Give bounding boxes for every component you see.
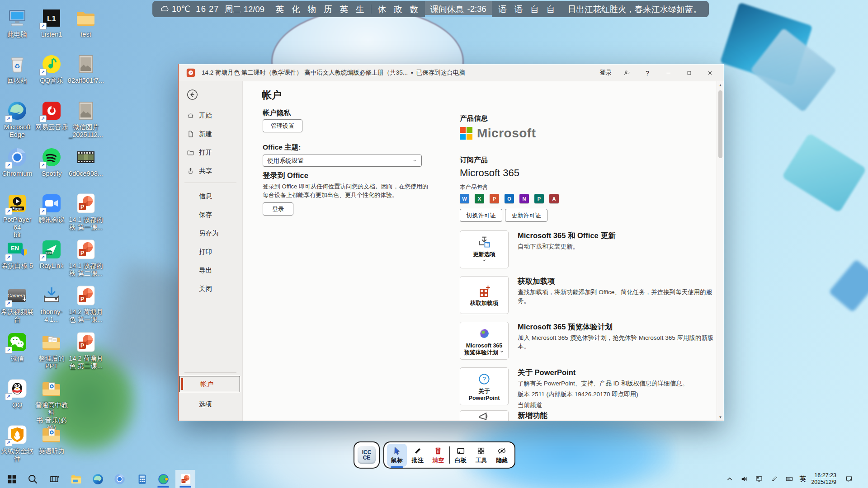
- maximize-button[interactable]: [679, 65, 699, 80]
- toolbar-item-清空[interactable]: 清空: [428, 444, 448, 467]
- taskbar-chromium-icon[interactable]: [109, 470, 129, 488]
- card-title: Microsoft 365 和 Office 更新: [518, 231, 615, 241]
- desktop-icon[interactable]: thonny-4.1...: [34, 285, 69, 330]
- desktop-icon[interactable]: P14.2 荷塘月 色 第二课...: [69, 331, 103, 376]
- taskbar-task-view-icon[interactable]: [44, 470, 64, 488]
- edge-icon: ↗: [6, 100, 28, 122]
- desktop-icon[interactable]: 普通高中教科 书·音乐(必修): [34, 378, 69, 423]
- Microsoft 365 和 Office 更新-button[interactable]: 更新选项: [460, 230, 509, 268]
- help-button[interactable]: ?: [637, 65, 658, 80]
- tray-clock[interactable]: 16:27:23 2025/12/9: [808, 470, 836, 488]
- desktop-icon[interactable]: 82aff501f7...: [69, 53, 103, 99]
- taskbar-file-explorer-icon[interactable]: [66, 470, 86, 488]
- desktop-icon[interactable]: ↗Spotify: [34, 146, 69, 192]
- desktop-icon[interactable]: 整理后的PPT: [34, 331, 69, 376]
- scroll-up-icon[interactable]: ▲: [719, 81, 722, 89]
- desktop-icon[interactable]: ↗Chromium: [0, 146, 34, 192]
- scroll-down-icon[interactable]: ▼: [719, 413, 722, 421]
- taskbar-calculator-icon[interactable]: [132, 470, 152, 488]
- desktop-icon-label: 回收站: [7, 77, 27, 84]
- nav-item-共享[interactable]: 共享: [179, 163, 242, 178]
- nav-item-关闭[interactable]: 关闭: [179, 281, 242, 296]
- toolbar-item-批注[interactable]: 批注: [408, 444, 428, 467]
- desktop-icon[interactable]: ↗微信: [0, 331, 34, 376]
- input-language[interactable]: 英: [796, 470, 810, 488]
- desktop-icon[interactable]: P14.1 故都的 秋 第二课...: [69, 239, 103, 284]
- close-button[interactable]: [699, 65, 720, 80]
- cursor-icon: [392, 446, 402, 456]
- desktop-icon[interactable]: ↗网易云音乐: [34, 100, 69, 145]
- nav-item-开始[interactable]: 开始: [179, 108, 242, 123]
- toolbar-item-隐藏[interactable]: 隐藏: [492, 444, 512, 467]
- desktop-icon[interactable]: ↗QQ: [0, 378, 34, 423]
- taskbar-edge-icon[interactable]: [88, 470, 108, 488]
- svg-text:P: P: [190, 71, 192, 75]
- spotify-icon: ↗: [41, 146, 62, 168]
- nav-item-选项[interactable]: 选项: [179, 396, 242, 412]
- scrollbar-thumb[interactable]: [718, 90, 722, 158]
- desktop-icon[interactable]: ↗火绒安全软件: [0, 424, 34, 469]
- window-titlebar[interactable]: P 14.2 荷塘月色 第二课时（教学课件）-高中语文人教统编版必修上册（共35…: [179, 64, 724, 81]
- desktop-icon[interactable]: P14.2 荷塘月 色 第一课...: [69, 285, 103, 330]
- taskbar-start-icon[interactable]: [2, 470, 22, 488]
- toolbar-item-工具[interactable]: 工具: [471, 444, 491, 467]
- taskbar-search-icon[interactable]: [23, 470, 42, 488]
- renew-license-button[interactable]: 更新许可证: [505, 209, 547, 222]
- desktop-icon[interactable]: Camera↗希沃视频展台: [0, 285, 34, 330]
- person-add-icon[interactable]: [616, 65, 637, 80]
- volume-icon[interactable]: [737, 470, 751, 488]
- display-icon[interactable]: [752, 470, 766, 488]
- photo-file-icon: [75, 53, 97, 75]
- sign-in-button[interactable]: 登录: [595, 65, 616, 80]
- iccce-launcher[interactable]: ICC CE: [354, 441, 380, 469]
- card-button-label: 获取加载项: [470, 300, 499, 307]
- desktop-icon[interactable]: ↗腾讯会议: [34, 192, 69, 238]
- nav-item-新建[interactable]: 新建: [179, 126, 242, 141]
- toolbar-item-白板[interactable]: 白板: [451, 444, 471, 467]
- desktop-icon[interactable]: EN↗希沃白板 5: [0, 239, 34, 284]
- listen1-icon: L1↗: [41, 7, 62, 29]
- desktop-icon[interactable]: P14.1 故都的 秋 第一课...: [69, 192, 103, 238]
- desktop-icon[interactable]: 微信图片 _2025112...: [69, 100, 103, 145]
- desktop-icon-label: 6d0ce908...: [69, 170, 103, 178]
- scrollbar[interactable]: ▲ ▼: [717, 81, 724, 421]
- nav-item-打开[interactable]: 打开: [179, 145, 242, 160]
- nav-item-另存为[interactable]: 另存为: [179, 225, 242, 241]
- notification-icon[interactable]: [842, 470, 856, 488]
- minimize-button[interactable]: [658, 65, 679, 80]
- svg-text:?: ?: [482, 375, 486, 382]
- switch-license-button[interactable]: 切换许可证: [460, 209, 502, 222]
- toolbar-item-鼠标[interactable]: 鼠标: [387, 444, 407, 467]
- nav-item-打印[interactable]: 打印: [179, 244, 242, 259]
- desktop-icon[interactable]: 低延时↗RayLink: [34, 239, 69, 284]
- desktop-icon[interactable]: 英语听力: [34, 424, 69, 469]
- subject: 生: [356, 4, 364, 15]
- nav-item-帐户[interactable]: 帐户: [179, 376, 240, 392]
- desktop-icon[interactable]: ↗Microsoft Edge: [0, 100, 34, 145]
- desktop-icon[interactable]: test: [69, 7, 103, 52]
- desktop-icon[interactable]: ♻回收站: [0, 53, 34, 99]
- desktop-icon[interactable]: Player↗PotPlayer 64 bit: [0, 192, 34, 238]
- Microsoft 365 预览体验计划-button[interactable]: Microsoft 365预览体验计划: [460, 322, 509, 360]
- nav-item-保存[interactable]: 保存: [179, 207, 242, 222]
- nav-item-信息[interactable]: 信息: [179, 188, 242, 204]
- chevron-up-icon[interactable]: [722, 470, 737, 488]
- 获取加载项-button[interactable]: 获取加载项: [460, 276, 509, 314]
- signin-office-button[interactable]: 登录: [263, 202, 293, 216]
- manage-settings-button[interactable]: 管理设置: [263, 119, 302, 132]
- 新增功能-button[interactable]: [460, 410, 509, 421]
- desktop-icon[interactable]: 此电脑: [0, 7, 34, 52]
- desktop-icon[interactable]: ↗QQ音乐: [34, 53, 69, 99]
- taskbar-iccce-icon[interactable]: [153, 470, 173, 488]
- nav-item-导出[interactable]: 导出: [179, 263, 242, 278]
- office-theme-select[interactable]: 使用系统设置: [263, 155, 422, 167]
- taskbar-ppt-file-icon[interactable]: P: [175, 470, 195, 488]
- stylus-icon[interactable]: [767, 470, 782, 488]
- 关于 PowerPoint-button[interactable]: ?关于PowerPoint: [460, 367, 509, 405]
- desktop-icon[interactable]: L1↗Listen1: [34, 7, 69, 52]
- keyboard-icon[interactable]: [782, 470, 797, 488]
- desktop-icon[interactable]: 6d0ce908...: [69, 146, 103, 192]
- back-arrow-icon[interactable]: [186, 89, 198, 101]
- subject: 语: [514, 4, 523, 15]
- hide-eye-icon: [497, 446, 507, 456]
